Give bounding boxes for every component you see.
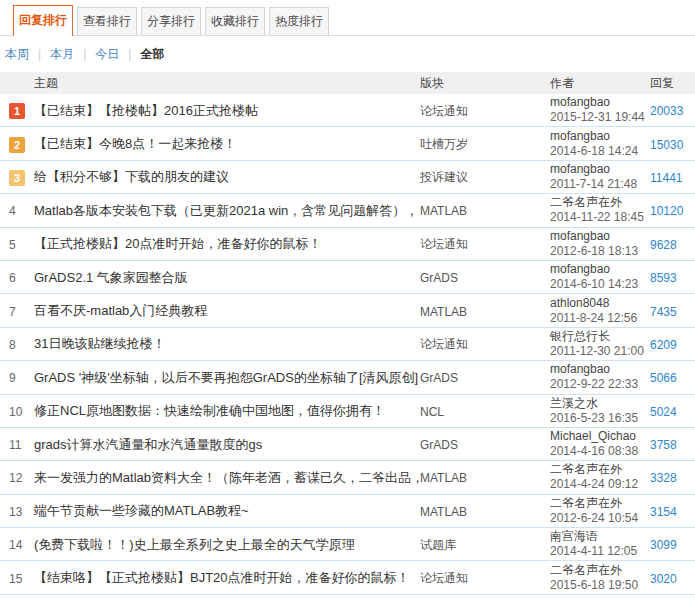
rank-badge: 13 [9,505,22,519]
ranking-tab[interactable]: 回复排行 [13,5,73,36]
reply-count-link[interactable]: 9628 [650,238,677,252]
author-link[interactable]: Michael_Qichao [550,429,650,444]
board-link[interactable]: 吐槽万岁 [420,137,468,151]
rank-cell: 6 [0,268,34,286]
reply-count-link[interactable]: 3099 [650,538,677,552]
author-link[interactable]: 二爷名声在外 [550,462,650,477]
author-link[interactable]: 银行总行长 [550,329,650,344]
author-link[interactable]: 二爷名声在外 [550,496,650,511]
author-link[interactable]: 二爷名声在外 [550,563,650,578]
board-link[interactable]: 试题库 [420,538,456,552]
author-link[interactable]: 兰溪之水 [550,396,650,411]
topic-title-link[interactable]: 【已结束】今晚8点！一起来抢楼！ [34,136,236,151]
time-filter-link[interactable]: 全部 [140,47,164,61]
ranking-tab[interactable]: 分享排行 [141,7,201,35]
topic-cell: 31日晚该贴继续抢楼！ [34,334,420,353]
reply-count-link[interactable]: 10120 [650,204,683,218]
table-row: 13 端午节贡献一些珍藏的MATLAB教程~ MATLAB 二爷名声在外 201… [0,495,695,528]
header-author: 作者 [550,75,650,92]
post-date: 2012-6-18 18:13 [550,244,650,259]
author-link[interactable]: athlon8048 [550,296,650,311]
reply-count-link[interactable]: 8593 [650,271,677,285]
reply-count-link[interactable]: 3758 [650,438,677,452]
topic-title-link[interactable]: 给【积分不够】下载的朋友的建议 [34,169,229,184]
reply-count-link[interactable]: 7435 [650,305,677,319]
board-link[interactable]: GrADS [420,271,458,285]
time-filter-link[interactable]: 本周 [5,47,50,61]
reply-count-link[interactable]: 11441 [650,171,682,185]
reply-count-link[interactable]: 5066 [650,371,677,385]
board-link[interactable]: GrADS [420,438,458,452]
author-link[interactable]: mofangbao [550,229,650,244]
reply-count-link[interactable]: 3020 [650,572,677,586]
table-row: 4 Matlab各版本安装包下载（已更新2021a win，含常见问题解答）， … [0,194,695,227]
reply-count-link[interactable]: 15030 [650,138,683,152]
replies-cell: 5066 [650,368,695,386]
ranking-tab[interactable]: 查看排行 [77,7,137,35]
ranking-tab[interactable]: 热度排行 [269,7,329,35]
board-link[interactable]: MATLAB [420,204,467,218]
reply-count-link[interactable]: 3154 [650,505,677,519]
topic-title-link[interactable]: GrADS '神级'坐标轴，以后不要再抱怨GrADS的坐标轴了[清风原创] [34,370,418,385]
rank-badge: 3 [9,170,25,186]
topic-title-link[interactable]: (免费下载啦！！)史上最全系列之史上最全的天气学原理 [34,537,355,552]
topic-cell: Matlab各版本安装包下载（已更新2021a win，含常见问题解答）， [34,201,420,220]
board-link[interactable]: GrADS [420,371,458,385]
rank-badge: 1 [9,103,25,119]
topic-title-link[interactable]: 【结束咯】【正式抢楼贴】BJT20点准时开始，准备好你的鼠标！ [34,570,410,585]
author-link[interactable]: mofangbao [550,162,650,177]
topic-cell: grads计算水汽通量和水汽通量散度的gs [34,435,420,454]
ranking-tab[interactable]: 收藏排行 [205,7,265,35]
reply-count-link[interactable]: 5024 [650,405,677,419]
topic-title-link[interactable]: Matlab各版本安装包下载（已更新2021a win，含常见问题解答）， [34,203,418,218]
author-cell: 银行总行长 2011-12-30 21:00 [550,329,650,359]
board-link[interactable]: MATLAB [420,471,467,485]
topic-title-link[interactable]: 来一发强力的Matlab资料大全！（陈年老酒，蓄谋已久，二爷出品，必属精品！） [34,470,420,485]
topic-title-link[interactable]: 31日晚该贴继续抢楼！ [34,336,165,351]
topic-title-link[interactable]: 【正式抢楼贴】20点准时开始，准备好你的鼠标！ [34,236,321,251]
board-cell: 试题库 [420,535,550,554]
post-date: 2011-7-14 21:48 [550,177,650,192]
rank-cell: 14 [0,535,34,553]
header-board: 版块 [420,75,550,92]
board-link[interactable]: MATLAB [420,305,467,319]
post-date: 2014-6-10 14:23 [550,277,650,292]
author-cell: athlon8048 2011-8-24 12:56 [550,296,650,326]
topic-title-link[interactable]: 端午节贡献一些珍藏的MATLAB教程~ [34,503,249,518]
time-filter-link[interactable]: 本月 [50,47,95,61]
rank-cell: 13 [0,502,34,520]
author-link[interactable]: mofangbao [550,129,650,144]
topic-title-link[interactable]: 百看不厌-matlab入门经典教程 [34,303,207,318]
reply-count-link[interactable]: 6209 [650,338,677,352]
board-link[interactable]: NCL [420,405,444,419]
rank-cell: 3 [0,168,34,186]
board-link[interactable]: 论坛通知 [420,337,468,351]
author-link[interactable]: 南宫海语 [550,529,650,544]
replies-cell: 10120 [650,201,695,219]
author-cell: 二爷名声在外 2015-6-18 19:50 [550,563,650,593]
topic-title-link[interactable]: 【已结束】【抢楼帖】2016正式抢楼帖 [34,103,258,118]
author-link[interactable]: mofangbao [550,262,650,277]
time-filter-link[interactable]: 今日 [95,47,140,61]
topic-cell: GrADS2.1 气象家园整合版 [34,268,420,287]
post-date: 2012-6-24 10:54 [550,511,650,526]
board-link[interactable]: 论坛通知 [420,571,468,585]
author-link[interactable]: 二爷名声在外 [550,195,650,210]
reply-count-link[interactable]: 3328 [650,471,677,485]
board-link[interactable]: MATLAB [420,505,467,519]
board-link[interactable]: 论坛通知 [420,104,468,118]
topic-cell: 来一发强力的Matlab资料大全！（陈年老酒，蓄谋已久，二爷出品，必属精品！） [34,468,420,487]
topic-cell: 【已结束】【抢楼帖】2016正式抢楼帖 [34,101,420,120]
post-date: 2014-11-22 18:45 [550,210,650,225]
topic-title-link[interactable]: grads计算水汽通量和水汽通量散度的gs [34,437,262,452]
reply-count-link[interactable]: 20033 [650,104,683,118]
topic-title-link[interactable]: 修正NCL原地图数据：快速绘制准确中国地图，值得你拥有！ [34,403,385,418]
author-link[interactable]: mofangbao [550,95,650,110]
author-link[interactable]: mofangbao [550,362,650,377]
table-row: 9 GrADS '神级'坐标轴，以后不要再抱怨GrADS的坐标轴了[清风原创] … [0,361,695,394]
replies-cell: 7435 [650,302,695,320]
board-link[interactable]: 投诉建议 [420,170,468,184]
author-cell: mofangbao 2014-6-10 14:23 [550,262,650,292]
topic-title-link[interactable]: GrADS2.1 气象家园整合版 [34,270,188,285]
board-link[interactable]: 论坛通知 [420,237,468,251]
